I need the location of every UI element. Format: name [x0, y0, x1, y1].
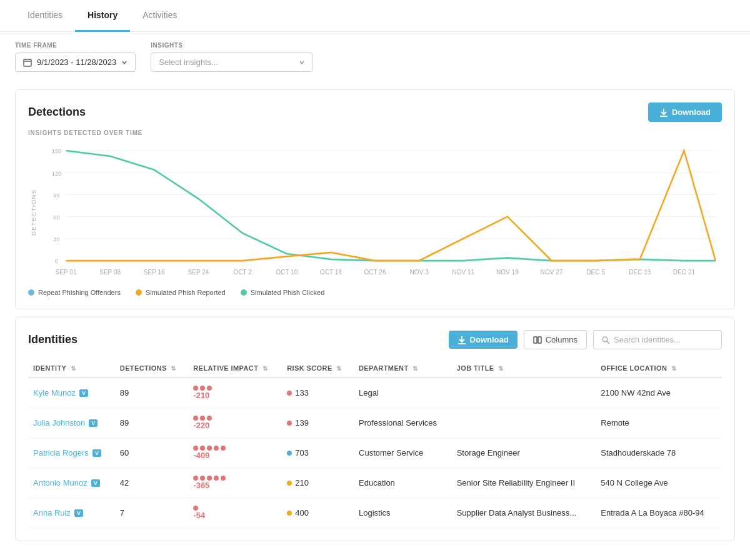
col-job-title[interactable]: JOB TITLE ⇅ — [452, 359, 596, 378]
table-row: Antonio Munoz V 42 -365 210 Education Se… — [28, 468, 722, 498]
job-title-cell: Supplier Data Analyst Business... — [452, 498, 596, 528]
col-office-location[interactable]: OFFICE LOCATION ⇅ — [596, 359, 722, 378]
table-row: Anna Ruiz V 7 -54 400 Logistics Supplier… — [28, 498, 722, 528]
svg-text:SEP 01: SEP 01 — [56, 268, 77, 276]
insights-label: INSIGHTS — [151, 42, 313, 49]
svg-point-38 — [602, 337, 608, 342]
department-cell: Logistics — [354, 498, 452, 528]
risk-score: 210 — [287, 478, 349, 488]
impact-dot — [221, 446, 226, 451]
office-location-cell: 540 N College Ave — [596, 468, 722, 498]
impact-cell: -210 — [188, 378, 282, 408]
impact-value: -210 — [193, 391, 209, 400]
impact-dot — [200, 476, 205, 481]
v-badge: V — [91, 479, 100, 487]
svg-text:NOV 3: NOV 3 — [410, 268, 429, 276]
table-body: Kyle Munoz V 89 -210 133 Legal 2100 NW 4… — [28, 378, 722, 528]
department-cell: Legal — [354, 378, 452, 408]
download-icon — [659, 108, 668, 117]
impact-dot — [200, 416, 205, 421]
identity-link[interactable]: Anna Ruiz V — [33, 508, 110, 518]
insights-dropdown[interactable]: Select insights... — [151, 52, 313, 72]
svg-text:150: 150 — [52, 148, 61, 154]
impact-dot — [207, 386, 212, 391]
svg-text:90: 90 — [53, 191, 59, 198]
svg-rect-36 — [534, 337, 537, 343]
col-department[interactable]: DEPARTMENT ⇅ — [354, 359, 452, 378]
legend-label-reported: Simulated Phish Reported — [146, 289, 226, 296]
svg-text:NOV 19: NOV 19 — [496, 268, 519, 276]
identity-link[interactable]: Kyle Munoz V — [33, 388, 110, 398]
identity-link[interactable]: Julia Johnston V — [33, 418, 110, 428]
identities-table: IDENTITY ⇅ DETECTIONS ⇅ RELATIVE IMPACT … — [28, 359, 722, 528]
chevron-down-icon — [121, 59, 128, 66]
risk-score: 139 — [287, 418, 349, 428]
date-picker-button[interactable]: 9/1/2023 - 11/28/2023 — [15, 52, 136, 72]
svg-text:DEC 5: DEC 5 — [586, 268, 605, 276]
legend-dot-reported — [136, 289, 142, 296]
svg-text:0: 0 — [55, 258, 58, 264]
filters-bar: TIME FRAME 9/1/2023 - 11/28/2023 INSIGHT… — [0, 32, 750, 82]
legend-reported: Simulated Phish Reported — [136, 289, 226, 296]
identity-link[interactable]: Patricia Rogers V — [33, 448, 110, 458]
office-location-cell: Stadhouderskade 78 — [596, 438, 722, 468]
tab-activities[interactable]: Activities — [130, 0, 189, 32]
insights-placeholder: Select insights... — [159, 58, 218, 67]
identities-download-label: Download — [470, 335, 509, 344]
tab-identities[interactable]: Identities — [15, 0, 75, 32]
chevron-down-icon — [299, 59, 305, 66]
risk-dot — [287, 391, 292, 396]
chart-svg: 150 120 90 60 30 0 DETECTIONS SEP 01 SEP… — [28, 144, 722, 281]
detections-download-button[interactable]: Download — [648, 102, 722, 122]
legend-label-repeat: Repeat Phishing Offenders — [38, 289, 121, 296]
col-identity[interactable]: IDENTITY ⇅ — [28, 359, 115, 378]
col-relative-impact[interactable]: RELATIVE IMPACT ⇅ — [188, 359, 282, 378]
search-input[interactable] — [614, 335, 714, 344]
job-title-cell: Senior Site Reliability Engineer II — [452, 468, 596, 498]
col-risk-score[interactable]: RISK SCORE ⇅ — [282, 359, 354, 378]
impact-dot — [193, 506, 198, 511]
impact-dot — [207, 446, 212, 451]
svg-text:OCT 2: OCT 2 — [233, 268, 252, 276]
impact-cell: -220 — [188, 408, 282, 438]
svg-text:120: 120 — [52, 169, 61, 176]
chart-legend: Repeat Phishing Offenders Simulated Phis… — [28, 289, 722, 296]
download-label: Download — [672, 108, 711, 117]
svg-text:OCT 18: OCT 18 — [320, 268, 342, 276]
tab-history[interactable]: History — [75, 0, 130, 32]
legend-dot-repeat — [28, 289, 34, 296]
table-row: Patricia Rogers V 60 -409 703 Customer S… — [28, 438, 722, 468]
download-icon — [458, 336, 466, 344]
risk-score: 703 — [287, 448, 349, 458]
table-actions: Download Columns — [449, 330, 722, 349]
legend-clicked: Simulated Phish Clicked — [241, 289, 325, 296]
svg-text:OCT 26: OCT 26 — [364, 268, 386, 276]
legend-label-clicked: Simulated Phish Clicked — [251, 289, 325, 296]
impact-dot — [200, 386, 205, 391]
office-location-cell: Remote — [596, 408, 722, 438]
col-detections[interactable]: DETECTIONS ⇅ — [115, 359, 189, 378]
job-title-cell — [452, 378, 596, 408]
date-range-value: 9/1/2023 - 11/28/2023 — [37, 58, 116, 67]
columns-label: Columns — [546, 335, 578, 344]
risk-cell: 703 — [282, 438, 354, 468]
detections-cell: 60 — [115, 438, 189, 468]
job-title-cell: Storage Engineer — [452, 438, 596, 468]
impact-dots — [193, 476, 277, 481]
svg-text:SEP 16: SEP 16 — [144, 268, 165, 276]
legend-dot-clicked — [241, 289, 247, 296]
insights-filter: INSIGHTS Select insights... — [151, 42, 313, 72]
svg-rect-37 — [538, 337, 541, 343]
risk-dot — [287, 421, 292, 426]
risk-cell: 210 — [282, 468, 354, 498]
v-badge: V — [74, 509, 83, 517]
risk-score: 133 — [287, 388, 349, 398]
identity-link[interactable]: Antonio Munoz V — [33, 478, 110, 488]
impact-cell: -54 — [188, 498, 282, 528]
detections-chart: 150 120 90 60 30 0 DETECTIONS SEP 01 SEP… — [28, 144, 722, 281]
impact-dot — [193, 446, 198, 451]
impact-value: -409 — [193, 451, 209, 460]
detections-subtitle: INSIGHTS DETECTED OVER TIME — [28, 129, 722, 136]
identities-download-button[interactable]: Download — [449, 331, 518, 349]
columns-button[interactable]: Columns — [524, 330, 587, 349]
